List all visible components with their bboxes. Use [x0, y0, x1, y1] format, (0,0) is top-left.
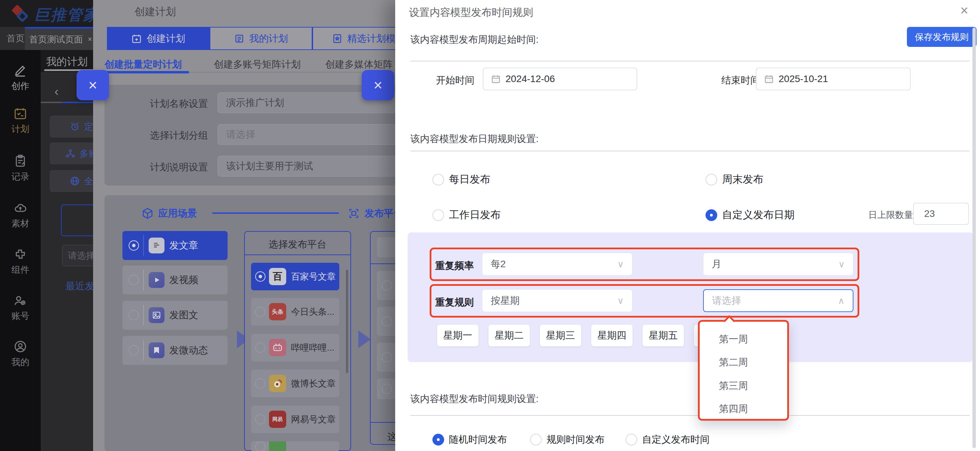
modal-title: 创建计划: [134, 5, 176, 19]
radio-selected-icon: [433, 434, 444, 445]
scene-item-article[interactable]: 发文章: [123, 231, 228, 260]
progress-track: [41, 102, 62, 103]
dropdown-option-week2[interactable]: 第二周: [719, 356, 748, 369]
chevron-down-icon: ∨: [838, 259, 845, 270]
repeat-frequency-label: 重复频率: [435, 259, 474, 272]
radio-icon: [255, 441, 266, 451]
alarm-icon: [70, 121, 80, 132]
radio-weekend[interactable]: 周末发布: [706, 172, 764, 187]
scene-item-video[interactable]: 发视频: [123, 265, 228, 294]
divider: [410, 61, 970, 61]
scene-header-right: 发布平台: [348, 207, 403, 220]
radio-icon: [433, 174, 444, 186]
repeat-mode-select[interactable]: 按星期 ∨: [482, 289, 632, 312]
radio-workday[interactable]: 工作日发布: [433, 208, 501, 222]
cycle-heading: 该内容模型发布周期起始时间:: [410, 33, 539, 46]
scene-item-image-text[interactable]: 发图文: [123, 301, 228, 330]
radio-rule-time[interactable]: 规则时间发布: [530, 433, 605, 446]
brand-logo-icon: [13, 6, 28, 21]
toutiao-logo-icon: 头条: [269, 303, 286, 320]
wechat-logo-icon: [269, 441, 286, 451]
network-icon: [65, 148, 76, 159]
radio-icon: [706, 174, 717, 186]
save-rule-button[interactable]: 保存发布规则: [907, 27, 977, 47]
end-date-input[interactable]: 2025-10-21: [756, 68, 911, 91]
radio-icon: [530, 434, 542, 445]
drawer-scrollbar[interactable]: [972, 28, 976, 448]
dropdown-option-week1[interactable]: 第一周: [719, 333, 748, 346]
calendar-icon: [764, 74, 774, 84]
sidebar-item-plan[interactable]: 计划: [0, 102, 41, 140]
panel-tab-my-plans[interactable]: 我的计划: [46, 55, 88, 69]
plan-name-label: 计划名称设置: [125, 97, 208, 110]
micro-post-icon: [149, 342, 164, 358]
scene-item-micro-post[interactable]: 发微动态: [123, 336, 228, 365]
radio-icon: [255, 306, 266, 317]
platform-item-baijiahao[interactable]: 百 百家号文章: [251, 263, 339, 290]
radio-random-time[interactable]: 随机时间发布: [433, 433, 507, 446]
radio-custom-date[interactable]: 自定义发布日期: [706, 208, 794, 222]
sidebar-item-records[interactable]: 记录: [0, 149, 41, 187]
dropdown-option-week3[interactable]: 第三周: [719, 379, 748, 392]
sidebar-item-profile[interactable]: 我的: [0, 335, 41, 373]
drawer-close-icon[interactable]: ×: [960, 3, 968, 17]
platform-scrollbar[interactable]: [346, 270, 348, 373]
start-date-input[interactable]: 2024-12-06: [483, 68, 637, 91]
date-rule-heading: 该内容模型发布日期规则设置:: [410, 132, 539, 146]
progress-fill: [62, 102, 97, 103]
radio-selected-icon: [706, 209, 717, 221]
close-panel-button[interactable]: ×: [76, 70, 109, 100]
radio-selected-icon: [129, 240, 139, 251]
close-modal-button[interactable]: ×: [362, 70, 394, 100]
calendar-icon: [491, 74, 501, 84]
sidebar-item-components[interactable]: 组件: [0, 242, 41, 280]
week-tuesday-button[interactable]: 星期二: [488, 324, 530, 346]
sidebar-item-assets[interactable]: 素材: [0, 196, 41, 234]
radio-custom-time[interactable]: 自定义发布时间: [625, 433, 710, 446]
platform-item-netease[interactable]: 网易 网易号文章: [251, 405, 339, 433]
start-date-label: 开始时间: [436, 74, 474, 87]
plan-desc-label: 计划说明设置: [125, 161, 208, 174]
subtab-batch-timed[interactable]: 创建批量定时计划: [105, 58, 182, 71]
platform-item-gongzhonghao[interactable]: [251, 441, 339, 451]
week-number-select[interactable]: 请选择 ∧: [703, 289, 853, 312]
platform-panel: 选择发布平台 百 百家号文章 头条 今日头条... 哔哩哔哩...: [244, 231, 351, 451]
cloud-upload-icon: [13, 201, 27, 215]
divider: [410, 415, 970, 416]
calendar-check-icon: [13, 106, 27, 120]
star-doc-icon: [332, 33, 342, 44]
radio-icon: [129, 275, 139, 285]
platform-item-toutiao[interactable]: 头条 今日头条...: [251, 298, 339, 326]
daily-limit-input[interactable]: 23: [913, 203, 969, 225]
week-wednesday-button[interactable]: 星期三: [540, 324, 581, 346]
collapse-arrow-icon[interactable]: ‹: [54, 84, 59, 99]
tab-close-icon[interactable]: ×: [88, 35, 92, 44]
radio-icon: [382, 384, 392, 394]
puzzle-icon: [13, 247, 27, 261]
subtab-multi-account[interactable]: 创建多账号矩阵计划: [214, 58, 301, 71]
repeat-interval-select[interactable]: 每2 ∨: [482, 253, 632, 275]
platform-item-bilibili[interactable]: 哔哩哔哩...: [251, 334, 339, 361]
week-thursday-button[interactable]: 星期四: [591, 324, 633, 346]
close-icon: ×: [374, 76, 382, 94]
divider: [410, 151, 970, 151]
tab-create-plan[interactable]: 创建计划: [107, 27, 210, 50]
tab-home-test-page[interactable]: 首页测试页面 ×: [25, 27, 97, 50]
week-monday-button[interactable]: 星期一: [437, 324, 479, 346]
radio-icon: [382, 280, 392, 291]
dropdown-option-week4[interactable]: 第四周: [719, 402, 748, 416]
image-text-icon: [149, 307, 164, 323]
radio-icon: [382, 316, 392, 327]
sidebar-item-accounts[interactable]: 账号: [0, 289, 41, 327]
tab-my-plans[interactable]: 我的计划: [210, 27, 312, 50]
plan-group-label: 选择计划分组: [125, 129, 208, 142]
article-icon: [149, 238, 164, 253]
platform-item-weibo[interactable]: 微博长文章: [251, 370, 339, 397]
subtab-multi-media[interactable]: 创建多媒体矩阵: [325, 58, 393, 71]
week-friday-button[interactable]: 星期五: [643, 324, 684, 346]
netease-logo-icon: 网易: [269, 411, 286, 428]
sidebar-item-create[interactable]: 创作: [0, 59, 41, 97]
radio-daily[interactable]: 每日发布: [433, 172, 490, 187]
repeat-unit-select[interactable]: 月 ∨: [703, 253, 853, 275]
app-screen: 巨推管家 首页 首页测试页面 × 创作 计划 记录 素材 组件: [0, 0, 980, 451]
